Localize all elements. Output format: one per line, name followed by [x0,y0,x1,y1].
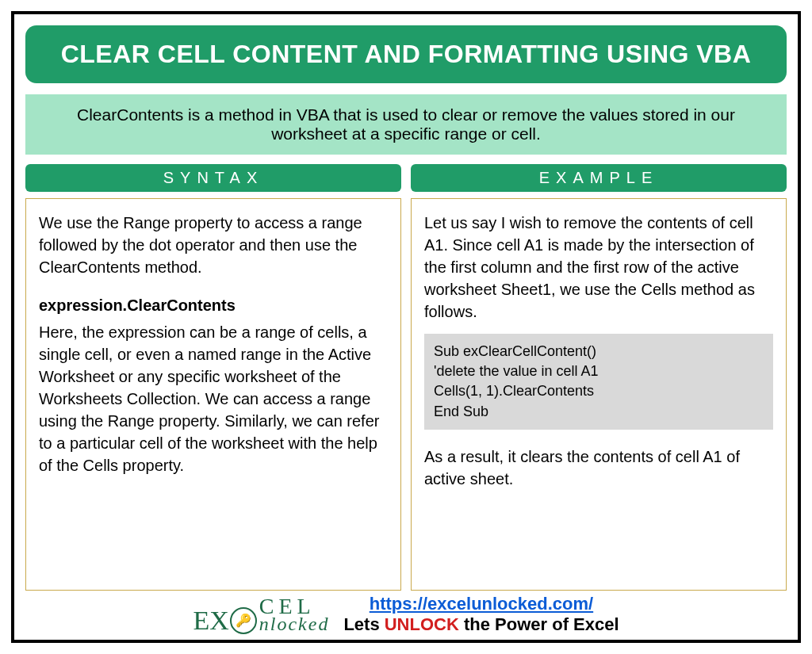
site-link[interactable]: https://excelunlocked.com/ [343,594,619,614]
title-bar: CLEAR CELL CONTENT AND FORMATTING USING … [25,25,787,83]
brand-logo: EX 🔑 CEL nlocked [193,596,329,633]
code-block: Sub exClearCellContent() 'delete the val… [424,334,773,430]
description-text: ClearContents is a method in VBA that is… [77,105,735,143]
syntax-intro: We use the Range property to access a ra… [39,212,388,278]
brand-stack: CEL nlocked [259,596,330,633]
document-frame: CLEAR CELL CONTENT AND FORMATTING USING … [11,11,801,643]
example-header: EXAMPLE [411,164,787,192]
syntax-column: SYNTAX We use the Range property to acce… [25,164,401,591]
tagline: Lets UNLOCK the Power of Excel [343,614,619,635]
syntax-expression: expression.ClearContents [39,294,388,316]
columns-container: SYNTAX We use the Range property to acce… [25,164,787,591]
description-box: ClearContents is a method in VBA that is… [25,94,787,155]
example-intro: Let us say I wish to remove the contents… [424,212,773,323]
footer-right: https://excelunlocked.com/ Lets UNLOCK t… [343,594,619,635]
tagline-highlight: UNLOCK [385,614,459,634]
brand-left: EX [193,609,228,633]
brand-bottom: nlocked [259,616,330,633]
example-body: Let us say I wish to remove the contents… [411,198,787,591]
footer: EX 🔑 CEL nlocked https://excelunlocked.c… [25,591,787,635]
key-icon: 🔑 [230,607,257,634]
tagline-suffix: the Power of Excel [459,614,619,634]
tagline-prefix: Lets [343,614,384,634]
example-result: As a result, it clears the contents of c… [424,446,773,490]
syntax-body: We use the Range property to access a ra… [25,198,401,591]
syntax-explain: Here, the expression can be a range of c… [39,321,388,476]
page-title: CLEAR CELL CONTENT AND FORMATTING USING … [32,40,780,69]
syntax-header: SYNTAX [25,164,401,192]
example-column: EXAMPLE Let us say I wish to remove the … [411,164,787,591]
